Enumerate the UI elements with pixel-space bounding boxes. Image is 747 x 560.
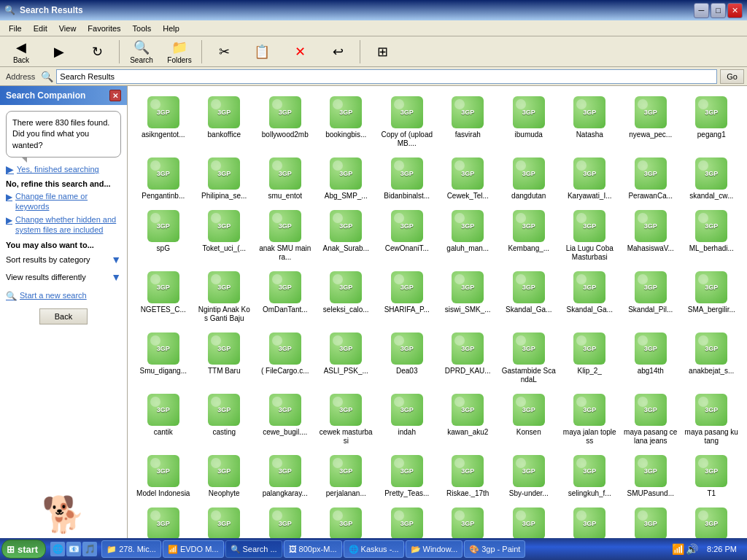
close-panel-button[interactable]: ✕ (109, 90, 121, 101)
file-item[interactable]: 3GP T6 (317, 503, 376, 538)
file-item[interactable]: 3GP smu_entot (255, 153, 315, 204)
file-item[interactable]: 3GP MahasiswaV... (621, 206, 681, 265)
file-item[interactable]: 3GP OmDanTant... (255, 267, 315, 327)
address-input[interactable]: Search Results (56, 69, 717, 84)
file-item[interactable]: 3GP Ngintip Anak Kos Ganti Baju (195, 267, 255, 327)
file-item[interactable]: 3GP cewe_bugil.... (255, 389, 315, 449)
file-item[interactable]: 3GP Smu_digang... (133, 328, 193, 388)
file-item[interactable]: 3GP pegang1 (682, 92, 742, 152)
file-item[interactable]: 3GP seleksi_calo... (317, 267, 376, 327)
file-item[interactable]: 3GP ASLI_PSK_... (317, 328, 376, 388)
file-item[interactable]: 3GP ( FileCargo.c... (255, 328, 315, 388)
menu-favorites[interactable]: Favorites (82, 23, 126, 34)
file-item[interactable]: 3GP Video068 (499, 503, 559, 538)
file-item[interactable]: 3GP Lia Lugu Coba Masturbasi (560, 206, 620, 265)
taskbar-item[interactable]: 📁278. Mic... (101, 540, 161, 558)
file-item[interactable]: 3GP T5 (255, 503, 315, 538)
file-item[interactable]: 3GP ( FileCargo[1... (621, 503, 681, 538)
copy-button[interactable]: 📋 (244, 38, 280, 66)
file-item[interactable]: 3GP T2 (133, 503, 193, 538)
close-button[interactable]: ✕ (727, 3, 743, 18)
file-item[interactable]: 3GP Karyawati_I... (560, 153, 620, 204)
back-button[interactable]: ◀ Back (3, 38, 39, 66)
file-item[interactable]: 3GP SHARIFA_P... (377, 267, 437, 327)
media-icon[interactable]: 🎵 (82, 542, 97, 556)
file-item[interactable]: 3GP asikngentot... (133, 92, 193, 152)
search-button[interactable]: 🔍 Search (123, 38, 160, 66)
file-item[interactable]: 3GP perjalanan... (317, 451, 376, 502)
menu-view[interactable]: View (53, 23, 82, 34)
file-item[interactable]: 3GP Video(08) (377, 503, 437, 538)
start-button[interactable]: ⊞ start (1, 540, 46, 559)
file-item[interactable]: 3GP DPRD_KAU... (438, 328, 498, 388)
file-item[interactable]: 3GP Philipina_se... (195, 153, 255, 204)
file-item[interactable]: 3GP fasvirah (438, 92, 498, 152)
refresh-button[interactable]: ↻ (79, 38, 115, 66)
file-item[interactable]: 3GP Toket_uci_(... (195, 206, 255, 265)
file-item[interactable]: 3GP Gastambide ScandaL (499, 328, 559, 388)
file-item[interactable]: 3GP Anak_Surab... (317, 206, 376, 265)
folders-button[interactable]: 📁 Folders (161, 38, 198, 66)
taskbar-item[interactable]: 🎨3gp - Paint (464, 540, 525, 558)
file-item[interactable]: 3GP Konsen (499, 389, 559, 449)
file-item[interactable]: 3GP anakbejat_s... (682, 328, 742, 388)
menu-edit[interactable]: Edit (28, 23, 53, 34)
file-item[interactable]: 3GP bollywood2mb (255, 92, 315, 152)
maximize-button[interactable]: □ (711, 3, 726, 18)
file-item[interactable]: 3GP SMUPasund... (621, 451, 681, 502)
file-item[interactable]: 3GP NGETES_C... (133, 267, 193, 327)
minimize-button[interactable]: ─ (694, 3, 709, 18)
file-item[interactable]: 3GP [Dunia5ex] Movie - ana... (682, 503, 742, 538)
forward-button[interactable]: ▶ (41, 38, 77, 66)
file-item[interactable]: 3GP siswi_SMK_... (438, 267, 498, 327)
file-item[interactable]: 3GP dangdutan (499, 153, 559, 204)
ie-icon[interactable]: 🌐 (50, 542, 65, 556)
file-item[interactable]: 3GP Pretty_Teas... (377, 451, 437, 502)
file-item[interactable]: 3GP Sby-under... (499, 451, 559, 502)
taskbar-item[interactable]: 📂Window... (406, 540, 463, 558)
file-item[interactable]: 3GP Video(11) (438, 503, 498, 538)
file-item[interactable]: 3GP CewOnaniT... (377, 206, 437, 265)
file-item[interactable]: 3GP Dea03 (377, 328, 437, 388)
menu-help[interactable]: Help (157, 23, 185, 34)
cut-button[interactable]: ✂ (206, 38, 242, 66)
file-item[interactable]: 3GP maya pasang celana jeans (621, 389, 681, 449)
file-item[interactable]: 3GP palangkaray... (255, 451, 315, 502)
file-grid-panel[interactable]: 3GP asikngentot... 3GP bankoffice 3GP bo… (128, 86, 747, 538)
file-item[interactable]: 3GP Bidanbinalst... (377, 153, 437, 204)
file-item[interactable]: 3GP nyewa_pec... (621, 92, 681, 152)
file-item[interactable]: 3GP cantik (133, 389, 193, 449)
change-hidden-link[interactable]: ▶ Change whether hidden and system files… (6, 214, 121, 236)
file-item[interactable]: 3GP bankoffice (195, 92, 255, 152)
sort-results-button[interactable]: Sort results by category ▼ (6, 252, 121, 267)
taskbar-item[interactable]: 📶EVDO M... (163, 540, 224, 558)
new-search-link[interactable]: 🔍 Start a new search (6, 290, 121, 303)
yes-finished-link[interactable]: ▶ Yes, finished searching (6, 163, 121, 175)
file-item[interactable]: 3GP Riskae._17th (438, 451, 498, 502)
file-item[interactable]: 3GP abg14th (621, 328, 681, 388)
file-item[interactable]: 3GP maya pasang kutang (682, 389, 742, 449)
file-item[interactable]: 3GP skandal_cw... (682, 153, 742, 204)
file-item[interactable]: 3GP TTM Baru (195, 328, 255, 388)
file-item[interactable]: 3GP Skandal_Ga... (560, 267, 620, 327)
file-item[interactable]: 3GP ibumuda (499, 92, 559, 152)
file-item[interactable]: 3GP ( FileCargo[1... (560, 503, 620, 538)
menu-tools[interactable]: Tools (127, 23, 158, 34)
file-item[interactable]: 3GP Klip_2_ (560, 328, 620, 388)
file-item[interactable]: 3GP PerawanCa... (621, 153, 681, 204)
file-item[interactable]: 3GP T4 (195, 503, 255, 538)
file-item[interactable]: 3GP kawan_aku2 (438, 389, 498, 449)
file-item[interactable]: 3GP maya jalan topless (560, 389, 620, 449)
view-results-button[interactable]: View results differently ▼ (6, 270, 121, 284)
email-icon[interactable]: 📧 (66, 542, 81, 556)
change-filename-link[interactable]: ▶ Change file name or keywords (6, 191, 121, 212)
delete-button[interactable]: ✕ (282, 38, 318, 66)
file-item[interactable]: 3GP Cewek_Tel... (438, 153, 498, 204)
file-item[interactable]: 3GP Skandal_Pil... (621, 267, 681, 327)
file-item[interactable]: 3GP Natasha (560, 92, 620, 152)
taskbar-item[interactable]: 🌐Kaskus -... (344, 540, 404, 558)
file-item[interactable]: 3GP ML_berhadi... (682, 206, 742, 265)
file-item[interactable]: 3GP Model Indonesia (133, 451, 193, 502)
file-item[interactable]: 3GP cewek masturbasi (317, 389, 376, 449)
file-item[interactable]: 3GP Kembang_... (499, 206, 559, 265)
